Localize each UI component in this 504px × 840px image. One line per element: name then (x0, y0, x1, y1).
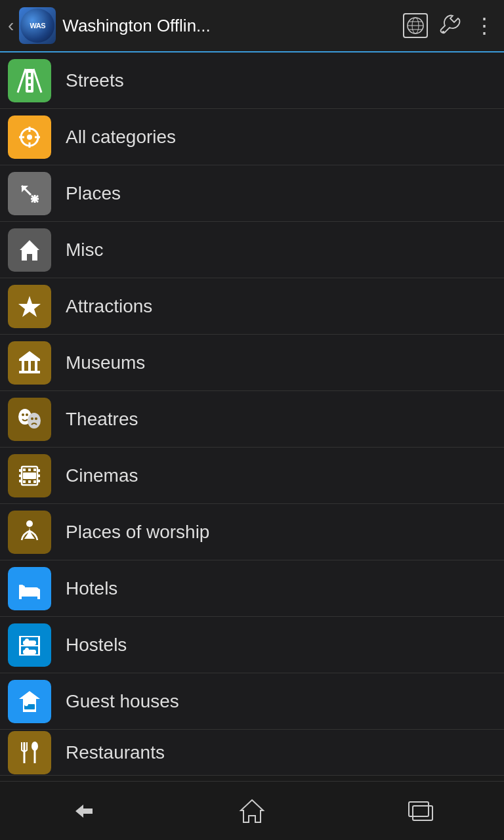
svg-point-34 (31, 417, 33, 420)
svg-point-50 (26, 520, 33, 527)
menu-item-attractions[interactable]: Attractions (0, 278, 504, 335)
hostels-label: Hostels (66, 635, 127, 656)
theatres-icon (8, 398, 51, 441)
guest-houses-label: Guest houses (66, 691, 179, 712)
svg-rect-27 (28, 361, 31, 371)
theatres-label: Theatres (66, 409, 138, 430)
globe-map-icon[interactable] (403, 13, 428, 38)
app-header: ‹ WAS Washington Offlin... ⋮ (0, 0, 504, 52)
svg-rect-46 (23, 480, 26, 483)
recents-nav-button[interactable] (394, 791, 446, 831)
streets-label: Streets (66, 70, 124, 91)
menu-item-guest-houses[interactable]: Guest houses (0, 673, 504, 730)
svg-marker-72 (241, 800, 263, 822)
svg-rect-37 (19, 469, 22, 472)
hostels-icon (8, 623, 51, 667)
svg-rect-56 (20, 587, 39, 593)
logo-globe: WAS (20, 9, 54, 43)
hotels-icon-wrap (0, 560, 59, 617)
svg-point-71 (32, 742, 38, 751)
back-button[interactable]: ‹ (8, 15, 14, 36)
svg-marker-29 (19, 351, 40, 359)
svg-marker-22 (20, 240, 39, 261)
menu-item-cinemas[interactable]: Cinemas (0, 448, 504, 504)
attractions-label: Attractions (66, 296, 152, 317)
restaurants-icon-wrap (0, 724, 59, 781)
svg-rect-63 (23, 640, 36, 645)
svg-rect-43 (23, 469, 26, 471)
svg-rect-45 (33, 469, 36, 471)
menu-item-theatres[interactable]: Theatres (0, 391, 504, 448)
guest-houses-icon (8, 680, 51, 723)
menu-item-all-categories[interactable]: All categories (0, 109, 504, 165)
svg-rect-53 (37, 595, 40, 599)
back-nav-button[interactable] (58, 791, 110, 831)
app-title: Washington Offlin... (62, 16, 403, 36)
svg-rect-38 (19, 474, 22, 477)
menu-item-streets[interactable]: Streets (0, 52, 504, 109)
header-actions: ⋮ (403, 13, 496, 38)
svg-point-32 (26, 413, 28, 416)
svg-rect-73 (409, 802, 429, 816)
cinemas-icon-wrap (0, 448, 59, 504)
svg-rect-60 (19, 636, 21, 656)
home-nav-button[interactable] (226, 791, 278, 831)
cinemas-label: Cinemas (66, 465, 138, 486)
svg-rect-24 (19, 371, 40, 373)
svg-rect-49 (23, 472, 36, 479)
svg-point-68 (24, 702, 28, 706)
bottom-navigation (0, 781, 504, 840)
restaurants-icon (8, 731, 51, 774)
menu-item-hotels[interactable]: Hotels (0, 560, 504, 617)
menu-item-worship[interactable]: Places of worship (0, 504, 504, 560)
svg-rect-74 (413, 806, 432, 820)
streets-icon (8, 59, 51, 102)
app-logo: WAS (19, 7, 56, 44)
museums-icon (8, 341, 51, 385)
cinemas-icon (8, 454, 51, 497)
svg-rect-9 (28, 86, 31, 90)
places-icon (8, 172, 51, 215)
attractions-icon (8, 285, 51, 328)
misc-icon-wrap (0, 222, 59, 278)
theatres-icon-wrap (0, 391, 59, 448)
places-label: Places (66, 183, 121, 204)
svg-point-11 (27, 135, 32, 140)
restaurants-label: Restaurants (66, 742, 165, 763)
svg-point-31 (22, 413, 24, 416)
settings-icon[interactable] (440, 14, 462, 37)
menu-item-museums[interactable]: Museums (0, 335, 504, 391)
worship-icon (8, 511, 51, 554)
svg-rect-8 (28, 79, 31, 83)
misc-label: Misc (66, 240, 104, 261)
worship-icon-wrap (0, 504, 59, 560)
svg-rect-26 (22, 361, 24, 371)
svg-rect-44 (28, 469, 31, 471)
hotels-icon (8, 567, 51, 610)
svg-rect-48 (33, 480, 36, 483)
svg-rect-65 (23, 650, 36, 654)
all-categories-label: All categories (66, 127, 176, 148)
svg-rect-25 (19, 359, 40, 361)
svg-rect-57 (19, 636, 40, 637)
svg-rect-28 (35, 361, 37, 371)
all-categories-icon-wrap (0, 109, 59, 165)
svg-point-5 (442, 31, 445, 33)
menu-item-places[interactable]: Places (0, 165, 504, 222)
hostels-icon-wrap (0, 617, 59, 673)
svg-rect-52 (19, 595, 22, 599)
attractions-icon-wrap (0, 278, 59, 335)
svg-point-35 (35, 417, 37, 420)
misc-icon (8, 228, 51, 272)
menu-item-restaurants[interactable]: Restaurants (0, 730, 504, 776)
places-icon-wrap (0, 165, 59, 222)
svg-point-33 (28, 413, 41, 429)
menu-item-hostels[interactable]: Hostels (0, 617, 504, 673)
svg-rect-47 (28, 480, 31, 483)
svg-rect-40 (37, 469, 40, 472)
svg-rect-42 (37, 480, 40, 482)
svg-rect-41 (37, 474, 40, 477)
more-options-icon[interactable]: ⋮ (474, 13, 496, 38)
hotels-label: Hotels (66, 578, 117, 599)
menu-item-misc[interactable]: Misc (0, 222, 504, 278)
